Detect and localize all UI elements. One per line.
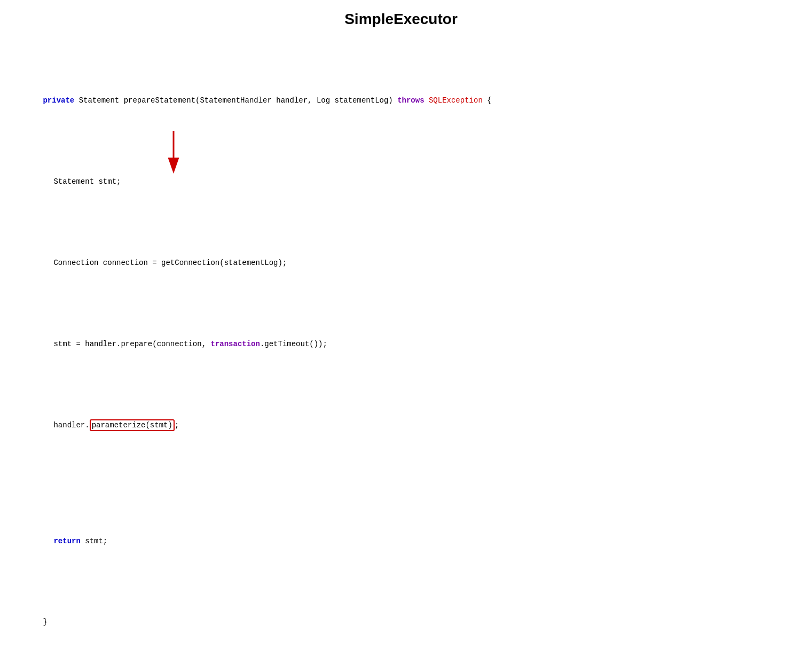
highlight-parameterize: parameterize(stmt) — [90, 419, 175, 431]
keyword-transaction: transaction — [210, 340, 260, 348]
keyword-private: private — [43, 96, 74, 105]
code-line-3: Connection connection = getConnection(st… — [16, 246, 786, 280]
code-line-5: handler.parameterize(stmt); — [16, 408, 786, 443]
code-block: private Statement prepareStatement(State… — [16, 37, 786, 672]
code-line-7: } — [16, 605, 786, 640]
down-arrow — [160, 131, 187, 174]
page-container: SimpleExecutor private Statement prepare… — [0, 0, 802, 672]
code-line-1: private Statement prepareStatement(State… — [16, 84, 786, 119]
keyword-return: return — [53, 537, 80, 545]
keyword-throws: throws — [397, 96, 424, 105]
code-line-2: Statement stmt; — [16, 165, 786, 200]
code-line-4: stmt = handler.prepare(connection, trans… — [16, 327, 786, 362]
code-line-6: return stmt; — [16, 524, 786, 559]
page-title: SimpleExecutor — [16, 11, 786, 28]
